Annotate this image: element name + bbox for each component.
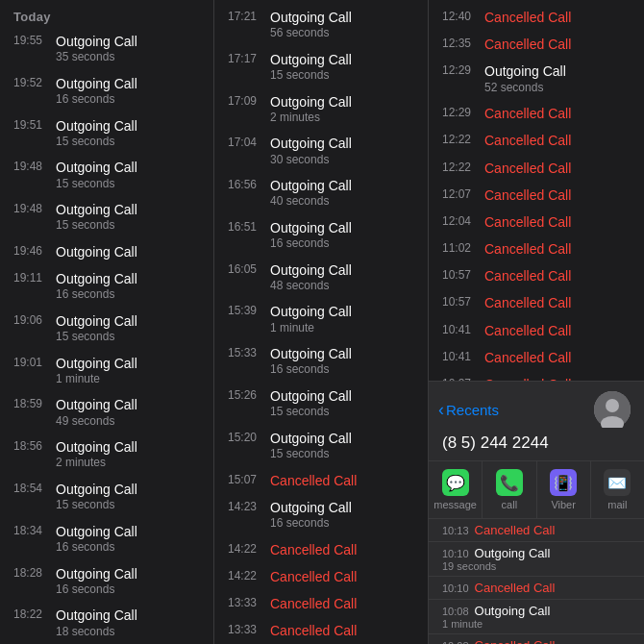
call-time: 18:56 — [13, 438, 48, 453]
call-type: Outgoing Call — [56, 312, 137, 330]
small-call-item[interactable]: 10:10Outgoing Call19 seconds — [429, 542, 644, 577]
call-type: Outgoing Call — [56, 438, 137, 456]
call-duration: 16 seconds — [56, 92, 137, 108]
call-type: Outgoing Call — [484, 62, 566, 80]
call-item[interactable]: 14:23Outgoing Call16 seconds — [214, 494, 428, 536]
call-item[interactable]: 15:26Outgoing Call15 seconds — [214, 383, 428, 425]
call-item[interactable]: 19:46Outgoing Call — [0, 238, 213, 265]
call-item[interactable]: 12:29Outgoing Call52 seconds — [429, 58, 644, 100]
call-item[interactable]: 15:39Outgoing Call1 minute — [214, 298, 428, 340]
back-label: Recents — [446, 402, 499, 418]
call-item[interactable]: 18:56Outgoing Call2 minutes — [0, 433, 213, 476]
call-item[interactable]: 19:01Outgoing Call1 minute — [0, 350, 213, 392]
call-duration: 15 seconds — [56, 135, 137, 150]
call-duration: 16 seconds — [270, 236, 352, 252]
call-item[interactable]: 19:11Outgoing Call16 seconds — [0, 265, 213, 308]
call-item[interactable]: 17:17Outgoing Call15 seconds — [214, 46, 428, 88]
call-item[interactable]: 13:33Cancelled Call — [214, 590, 428, 617]
call-time: 18:54 — [13, 481, 48, 495]
call-item[interactable]: 10:57Cancelled Call — [429, 289, 644, 316]
call-item[interactable]: 17:21Outgoing Call56 seconds — [214, 4, 428, 46]
call-item[interactable]: 12:29Cancelled Call — [429, 100, 644, 127]
call-duration: 15 seconds — [56, 498, 137, 513]
contact-avatar[interactable] — [594, 391, 631, 428]
call-type: Cancelled Call — [484, 267, 571, 285]
call-item[interactable]: 18:59Outgoing Call49 seconds — [0, 391, 213, 433]
viber-action-button[interactable]: 📳 Viber — [537, 461, 591, 518]
call-item[interactable]: 15:20Outgoing Call15 seconds — [214, 425, 428, 467]
call-item[interactable]: 15:07Cancelled Call — [214, 467, 428, 494]
call-item[interactable]: 19:55Outgoing Call35 seconds — [0, 28, 213, 70]
small-call-duration: 1 minute — [442, 618, 631, 630]
call-type: Outgoing Call — [270, 387, 352, 405]
small-call-item[interactable]: 10:08Outgoing Call1 minute — [429, 600, 644, 634]
call-duration: 30 seconds — [270, 153, 352, 168]
call-item[interactable]: 10:57Cancelled Call — [429, 262, 644, 289]
call-item[interactable]: 18:28Outgoing Call16 seconds — [0, 560, 213, 603]
call-duration: 1 minute — [56, 372, 137, 387]
call-time: 12:22 — [442, 132, 477, 146]
call-time: 12:04 — [442, 213, 477, 228]
call-item[interactable]: 15:33Outgoing Call16 seconds — [214, 340, 428, 383]
call-item[interactable]: 19:51Outgoing Call15 seconds — [0, 112, 213, 155]
call-item[interactable]: 18:34Outgoing Call16 seconds — [0, 518, 213, 560]
call-time: 12:40 — [442, 9, 477, 23]
call-item[interactable]: 18:22Outgoing Call18 seconds — [0, 602, 213, 644]
call-time: 18:28 — [13, 565, 48, 580]
small-call-time: 10:08 — [442, 606, 469, 617]
call-item[interactable]: 16:05Outgoing Call48 seconds — [214, 257, 428, 299]
call-item[interactable]: 17:09Outgoing Call2 minutes — [214, 88, 428, 131]
message-action-button[interactable]: 💬 message — [429, 461, 483, 518]
left-call-list: 19:55Outgoing Call35 seconds19:52Outgoin… — [0, 28, 213, 644]
call-time: 16:05 — [228, 261, 262, 276]
call-type: Outgoing Call — [270, 177, 352, 194]
call-item[interactable]: 14:22Cancelled Call — [214, 536, 428, 563]
call-item[interactable]: 12:35Cancelled Call — [429, 31, 644, 58]
call-type: Cancelled Call — [484, 322, 571, 339]
call-type: Cancelled Call — [270, 595, 357, 612]
call-item[interactable]: 18:54Outgoing Call15 seconds — [0, 476, 213, 518]
call-time: 15:33 — [228, 345, 262, 359]
call-item[interactable]: 10:37Cancelled Call — [429, 371, 644, 381]
call-item[interactable]: 14:22Cancelled Call — [214, 563, 428, 590]
back-button[interactable]: ‹ Recents — [438, 400, 499, 420]
call-item[interactable]: 19:52Outgoing Call16 seconds — [0, 70, 213, 112]
call-item[interactable]: 12:22Cancelled Call — [429, 127, 644, 154]
section-header-today: Today — [0, 4, 213, 28]
call-time: 12:22 — [442, 160, 477, 174]
small-call-item[interactable]: 10:10Cancelled Call — [429, 577, 644, 600]
small-call-item[interactable]: 10:13Cancelled Call — [429, 519, 644, 542]
call-item[interactable]: 16:56Outgoing Call40 seconds — [214, 172, 428, 214]
chevron-left-icon: ‹ — [438, 400, 444, 420]
call-label: call — [502, 499, 518, 510]
call-type: Cancelled Call — [270, 472, 357, 489]
call-time: 17:21 — [228, 9, 262, 23]
call-type: Outgoing Call — [56, 201, 137, 218]
call-duration: 16 seconds — [270, 516, 352, 532]
call-action-button[interactable]: 📞 call — [483, 461, 536, 518]
call-item[interactable]: 12:40Cancelled Call — [429, 4, 644, 31]
call-item[interactable]: 10:41Cancelled Call — [429, 317, 644, 344]
call-item[interactable]: 19:06Outgoing Call15 seconds — [0, 308, 213, 350]
call-type: Cancelled Call — [484, 213, 571, 231]
call-item[interactable]: 19:48Outgoing Call15 seconds — [0, 154, 213, 196]
call-item[interactable]: 12:22Cancelled Call — [429, 155, 644, 182]
call-item[interactable]: 16:51Outgoing Call16 seconds — [214, 214, 428, 257]
call-item[interactable]: 17:04Outgoing Call30 seconds — [214, 130, 428, 172]
call-time: 10:41 — [442, 349, 477, 363]
call-item[interactable]: 19:48Outgoing Call15 seconds — [0, 196, 213, 238]
call-time: 15:20 — [228, 430, 262, 444]
call-item[interactable]: 10:41Cancelled Call — [429, 344, 644, 371]
mail-icon: ✉️ — [604, 469, 631, 496]
call-type: Outgoing Call — [270, 135, 352, 152]
call-time: 19:51 — [13, 117, 48, 132]
small-call-item[interactable]: 10:08Cancelled Call — [429, 634, 644, 644]
mail-action-button[interactable]: ✉️ mail — [591, 461, 644, 518]
call-item[interactable]: 11:02Cancelled Call — [429, 235, 644, 262]
call-item[interactable]: 12:04Cancelled Call — [429, 209, 644, 235]
call-item[interactable]: 12:07Cancelled Call — [429, 182, 644, 209]
call-time: 16:56 — [228, 177, 262, 191]
call-item[interactable]: 13:33Cancelled Call — [214, 617, 428, 644]
call-duration: 49 seconds — [56, 414, 137, 430]
left-column: Today 19:55Outgoing Call35 seconds19:52O… — [0, 0, 214, 644]
